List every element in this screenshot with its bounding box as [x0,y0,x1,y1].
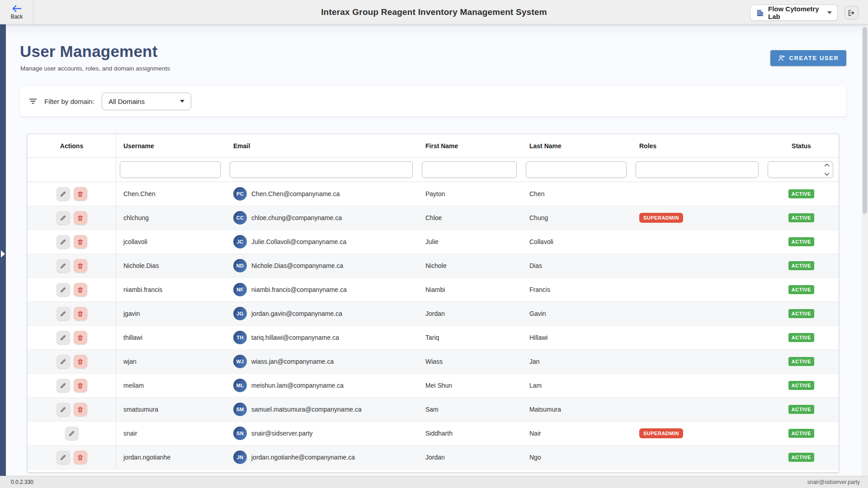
edit-user-button[interactable] [57,307,70,320]
last-name-cell: Ngo [522,454,632,461]
column-header-last-name: Last Name [522,142,632,150]
email-cell: ND Nichole.Dias@companyname.ca [226,259,418,272]
roles-filter-input[interactable] [636,161,759,178]
email-text: samuel.matsumura@companyname.ca [251,406,362,413]
last-name-filter-input[interactable] [526,161,627,178]
filter-by-domain-label: Filter by domain: [44,98,94,105]
edit-user-button[interactable] [57,235,70,249]
first-name-cell: Jordan [418,310,522,317]
first-name-cell: Nichole [418,262,522,269]
delete-user-button[interactable] [74,283,87,296]
actions-cell [28,254,116,277]
first-name-cell: Siddharth [418,430,522,437]
edit-user-button[interactable] [57,283,70,296]
edit-user-button[interactable] [57,259,70,272]
delete-user-button[interactable] [74,450,87,464]
create-user-button[interactable]: CREATE USER [770,50,846,66]
column-header-username: Username [116,142,226,150]
edit-user-button[interactable] [57,355,70,368]
email-text: wiass.jan@companyname.ca [251,358,334,365]
table-row: chlchung CC chloe.chung@companyname.ca C… [28,206,839,230]
status-badge: ACTIVE [788,189,814,198]
avatar: WJ [233,355,247,368]
first-name-cell: Sam [418,406,522,413]
status-cell: ACTIVE [764,309,839,318]
actions-cell [28,446,116,469]
status-badge: ACTIVE [788,405,814,414]
actions-cell [28,326,116,349]
status-filter-select[interactable] [768,161,833,178]
table-row: thillawi TH tariq.hillawi@companyname.ca… [28,326,839,350]
username-cell: smatsumura [116,406,226,413]
avatar: PC [233,187,247,201]
table-row: jgavin JG jordan.gavin@companyname.ca Jo… [28,302,839,326]
username-filter-input[interactable] [120,161,221,178]
status-badge: ACTIVE [788,429,814,438]
status-badge: ACTIVE [788,213,814,222]
email-cell: NF niambi.francis@companyname.ca [226,283,418,296]
last-name-cell: Dias [522,262,632,269]
filter-cell-actions [28,158,116,182]
table-row: niambi.francis NF niambi.francis@company… [28,278,839,302]
email-cell: JG jordan.gavin@companyname.ca [226,307,418,320]
actions-cell [28,422,116,445]
last-name-cell: Hillawi [522,334,632,341]
edit-user-button[interactable] [65,427,79,440]
app-version: 0.0.2.330 [11,479,33,485]
users-table: Actions Username Email First Name Last N… [27,134,839,473]
domain-filter-selected-value: All Domains [108,98,145,105]
avatar: JC [233,235,247,249]
email-text: jordan.gavin@companyname.ca [251,310,342,317]
avatar: SN [233,427,247,440]
top-bar: Back Interax Group Reagent Inventory Man… [0,0,868,24]
status-cell: ACTIVE [764,237,839,246]
last-name-cell: Jan [522,358,632,365]
username-cell: thillawi [116,334,226,341]
status-badge: ACTIVE [788,381,814,390]
vertical-scrollbar[interactable] [862,24,868,476]
scrollbar-thumb[interactable] [863,27,867,214]
delete-user-button[interactable] [74,187,87,201]
table-row: meilam ML meishun.lam@companyname.ca Mei… [28,374,839,398]
table-row: snair SN snair@sidserver.party Siddharth… [28,422,839,446]
status-cell: ACTIVE [764,357,839,366]
email-text: Nichole.Dias@companyname.ca [251,262,343,269]
email-filter-input[interactable] [230,161,413,178]
edit-user-button[interactable] [57,379,70,392]
avatar: JG [233,307,247,320]
column-header-status: Status [764,142,839,150]
status-cell: ACTIVE [764,285,839,294]
email-text: Julie.Collavoli@companyname.ca [251,238,346,245]
domain-filter-select[interactable]: All Domains [102,93,191,110]
delete-user-button[interactable] [74,211,87,225]
email-text: chloe.chung@companyname.ca [251,214,342,221]
username-cell: jcollavoli [116,238,226,245]
sidebar-expand-handle[interactable] [1,250,5,258]
last-name-cell: Chen [522,190,632,197]
delete-user-button[interactable] [74,355,87,368]
email-cell: SM samuel.matsumura@companyname.ca [226,403,418,416]
edit-user-button[interactable] [57,450,70,464]
avatar: ND [233,259,247,272]
edit-user-button[interactable] [57,211,70,225]
delete-user-button[interactable] [74,235,87,249]
delete-user-button[interactable] [74,307,87,320]
delete-user-button[interactable] [74,259,87,272]
first-name-cell: Tariq [418,334,522,341]
delete-user-button[interactable] [74,403,87,416]
edit-user-button[interactable] [57,331,70,344]
chevron-down-icon [180,100,184,103]
domain-filter-card: Filter by domain: All Domains [20,86,846,117]
delete-user-button[interactable] [74,379,87,392]
edit-user-button[interactable] [57,403,70,416]
logout-button[interactable] [844,6,859,19]
roles-cell: SUPERADMIN [632,213,764,223]
delete-user-button[interactable] [74,331,87,344]
status-cell: ACTIVE [764,453,839,462]
first-name-cell: Julie [418,238,522,245]
first-name-filter-input[interactable] [422,161,517,178]
edit-user-button[interactable] [57,187,70,201]
create-user-label: CREATE USER [789,55,839,61]
collapsed-sidebar-rail [0,24,6,476]
domain-selector-button[interactable]: Flow Cytometry Lab [750,5,838,21]
